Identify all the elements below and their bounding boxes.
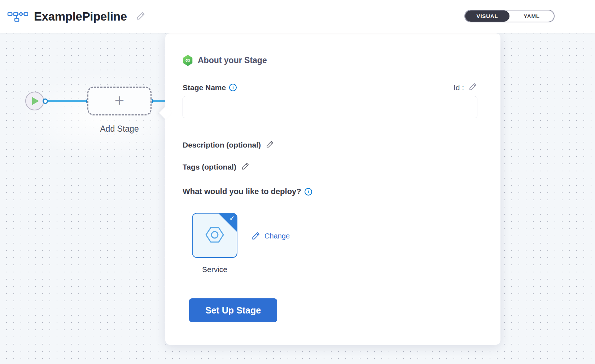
description-row: Description (optional): [183, 140, 274, 150]
deploy-stage-icon: ∞: [183, 55, 193, 66]
description-label: Description (optional): [183, 141, 261, 149]
pipeline-start-node: [25, 92, 44, 110]
add-stage-label: Add Stage: [83, 124, 156, 134]
deploy-question-row: What would you like to deploy? i: [183, 187, 312, 196]
edit-description-icon[interactable]: [266, 140, 274, 150]
change-label: Change: [264, 232, 290, 240]
stage-config-panel: ∞ About your Stage Stage Name i Id : Des…: [165, 33, 500, 345]
stage-name-input[interactable]: [183, 96, 477, 118]
tags-label: Tags (optional): [183, 163, 236, 171]
panel-title: About your Stage: [198, 56, 267, 65]
toggle-visual[interactable]: VISUAL: [465, 10, 509, 22]
view-mode-toggle: VISUAL YAML: [464, 10, 555, 22]
check-icon: ✓: [229, 215, 235, 222]
pipeline-title: ExamplePipeline: [34, 10, 127, 23]
panel-header: ∞ About your Stage: [183, 55, 267, 66]
change-deploy-type-link[interactable]: Change: [251, 231, 290, 241]
connector-line: [46, 100, 87, 102]
stage-id-label: Id :: [454, 83, 464, 92]
set-up-stage-button[interactable]: Set Up Stage: [189, 298, 277, 322]
pipeline-icon: [7, 10, 28, 23]
stage-name-row: Stage Name i Id :: [183, 82, 477, 93]
edit-tags-icon[interactable]: [241, 162, 250, 172]
edit-change-icon: [251, 231, 261, 241]
connector-dot: [43, 98, 48, 104]
service-icon: [204, 226, 225, 245]
stage-name-label: Stage Name: [183, 83, 226, 92]
deploy-type-service-card[interactable]: ✓: [192, 213, 237, 258]
add-stage-node[interactable]: +: [87, 87, 152, 115]
toggle-yaml[interactable]: YAML: [509, 10, 554, 22]
service-card-label: Service: [192, 265, 237, 274]
infinity-glyph: ∞: [185, 57, 191, 63]
play-icon: [32, 97, 39, 105]
edit-pipeline-name-icon[interactable]: [136, 11, 146, 22]
edit-id-icon[interactable]: [468, 82, 477, 93]
pipeline-brand: ExamplePipeline: [0, 10, 146, 23]
pipeline-header: ExamplePipeline VISUAL YAML: [0, 0, 595, 33]
tags-row: Tags (optional): [183, 162, 250, 172]
deploy-question: What would you like to deploy?: [183, 187, 301, 196]
info-icon[interactable]: i: [229, 84, 237, 91]
plus-icon: +: [115, 92, 124, 109]
info-icon[interactable]: i: [305, 188, 312, 196]
pipeline-studio: ExamplePipeline VISUAL YAML + Add Stage: [0, 0, 595, 364]
